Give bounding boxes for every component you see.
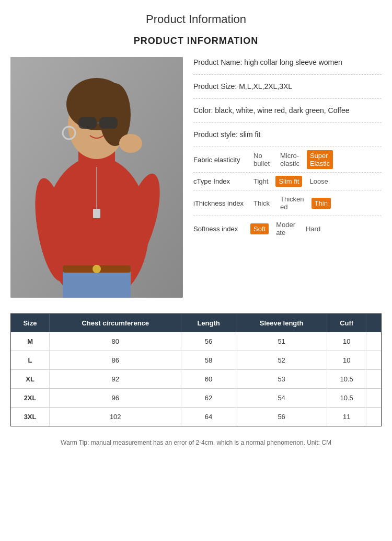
cell-chest: 92 xyxy=(50,370,181,389)
col-cuff: Cuff xyxy=(327,314,366,332)
svg-rect-12 xyxy=(93,209,100,218)
cell-size: 2XL xyxy=(11,389,50,408)
product-size-text: Product Size: M,L,XL,2XL,3XL xyxy=(193,82,292,91)
cell-sleeve: 51 xyxy=(236,332,327,351)
col-sleeve: Sleeve length xyxy=(236,314,327,332)
product-size-row: Product Size: M,L,XL,2XL,3XL xyxy=(193,75,382,99)
cell-sleeve: 56 xyxy=(236,408,327,426)
cell-extra xyxy=(366,351,381,370)
fabric-elasticity-label: Fabric elasticity xyxy=(193,156,248,164)
product-style-text: Product style: slim fit xyxy=(193,130,260,139)
table-row: 3XL 102 64 56 11 xyxy=(11,408,381,426)
cell-chest: 86 xyxy=(50,351,181,370)
cell-sleeve: 53 xyxy=(236,370,327,389)
col-extra xyxy=(366,314,381,332)
fabric-elasticity-row: Fabric elasticity Nobullet Micro-elastic… xyxy=(193,147,382,173)
cell-extra xyxy=(366,389,381,408)
svg-point-18 xyxy=(93,265,101,273)
ctype-index-label: cType Index xyxy=(193,177,248,185)
cell-extra xyxy=(366,332,381,351)
thickness-thick[interactable]: Thick xyxy=(250,198,273,209)
size-table: Size Chest circumference Length Sleeve l… xyxy=(11,314,381,426)
ctype-tight[interactable]: Tight xyxy=(250,176,271,187)
cell-cuff: 11 xyxy=(327,408,366,426)
table-row: XL 92 60 53 10.5 xyxy=(11,370,381,389)
fabric-micro-elastic[interactable]: Micro-elastic xyxy=(277,150,303,169)
cell-length: 58 xyxy=(181,351,236,370)
table-row: 2XL 96 62 54 10.5 xyxy=(11,389,381,408)
thickness-thickened[interactable]: Thickened xyxy=(277,194,307,212)
cell-extra xyxy=(366,370,381,389)
table-header-row: Size Chest circumference Length Sleeve l… xyxy=(11,314,381,332)
cell-cuff: 10.5 xyxy=(327,389,366,408)
product-details: Product Name: high collar long sleeve wo… xyxy=(193,57,382,298)
cell-chest: 96 xyxy=(50,389,181,408)
ctype-slim-fit[interactable]: Slim fit xyxy=(275,176,302,187)
fabric-elasticity-options: Nobullet Micro-elastic SuperElastic xyxy=(250,150,333,169)
warm-tip: Warm Tip: manual measurement has an erro… xyxy=(0,435,392,457)
thickness-index-options: Thick Thickened Thin xyxy=(250,194,331,212)
cell-chest: 80 xyxy=(50,332,181,351)
cell-extra xyxy=(366,408,381,426)
softness-index-label: Softness index xyxy=(193,225,248,233)
product-name-text: Product Name: high collar long sleeve wo… xyxy=(193,58,342,66)
section-subtitle: PRODUCT INFORMATION xyxy=(0,30,392,57)
cell-cuff: 10 xyxy=(327,351,366,370)
col-chest: Chest circumference xyxy=(50,314,181,332)
size-table-wrapper: Size Chest circumference Length Sleeve l… xyxy=(10,313,382,426)
cell-sleeve: 52 xyxy=(236,351,327,370)
svg-rect-8 xyxy=(99,117,118,129)
softness-index-row: Softness index Soft Moderate Hard xyxy=(193,216,382,241)
ctype-index-row: cType Index Tight Slim fit Loose xyxy=(193,173,382,190)
cell-length: 56 xyxy=(181,332,236,351)
cell-size: L xyxy=(11,351,50,370)
product-color-text: Color: black, white, wine red, dark gree… xyxy=(193,106,350,115)
fabric-no-bullet[interactable]: Nobullet xyxy=(250,150,273,169)
fabric-super-elastic[interactable]: SuperElastic xyxy=(307,150,333,169)
table-row: L 86 58 52 10 xyxy=(11,351,381,370)
product-name-row: Product Name: high collar long sleeve wo… xyxy=(193,57,382,75)
thickness-thin[interactable]: Thin xyxy=(312,198,331,209)
cell-size: 3XL xyxy=(11,408,50,426)
cell-size: XL xyxy=(11,370,50,389)
softness-soft[interactable]: Soft xyxy=(250,223,269,234)
cell-cuff: 10.5 xyxy=(327,370,366,389)
softness-moderate[interactable]: Moderate xyxy=(273,219,298,238)
svg-point-15 xyxy=(119,134,142,153)
thickness-index-row: iThickness index Thick Thickened Thin xyxy=(193,190,382,216)
col-size: Size xyxy=(11,314,50,332)
cell-size: M xyxy=(11,332,50,351)
product-style-row: Product style: slim fit xyxy=(193,123,382,147)
page-title: Product Information xyxy=(0,0,392,30)
cell-chest: 102 xyxy=(50,408,181,426)
cell-length: 60 xyxy=(181,370,236,389)
ctype-loose[interactable]: Loose xyxy=(306,176,331,187)
cell-cuff: 10 xyxy=(327,332,366,351)
cell-sleeve: 54 xyxy=(236,389,327,408)
softness-hard[interactable]: Hard xyxy=(303,223,324,234)
svg-rect-7 xyxy=(78,117,97,129)
table-row: M 80 56 51 10 xyxy=(11,332,381,351)
thickness-index-label: iThickness index xyxy=(193,199,248,207)
product-color-row: Color: black, white, wine red, dark gree… xyxy=(193,99,382,123)
softness-index-options: Soft Moderate Hard xyxy=(250,219,324,238)
product-image xyxy=(10,57,183,298)
cell-length: 64 xyxy=(181,408,236,426)
ctype-index-options: Tight Slim fit Loose xyxy=(250,176,331,187)
col-length: Length xyxy=(181,314,236,332)
product-info-section: Product Name: high collar long sleeve wo… xyxy=(0,57,392,308)
cell-length: 62 xyxy=(181,389,236,408)
